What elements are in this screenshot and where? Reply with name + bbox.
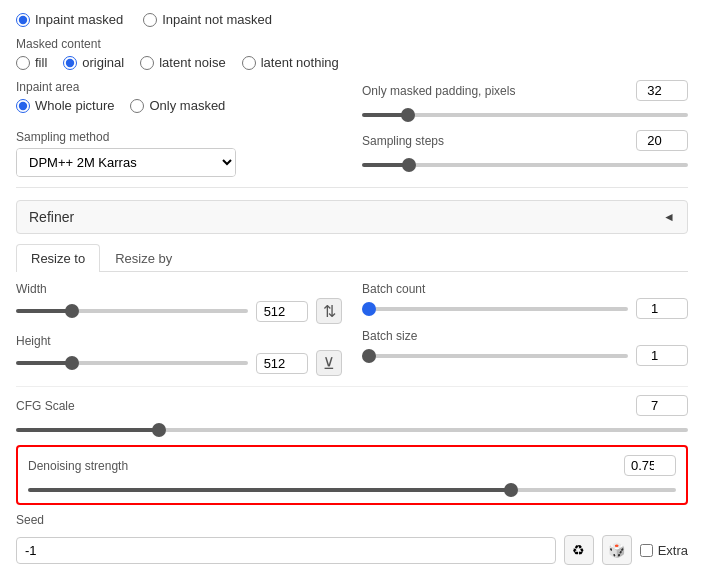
denoising-input[interactable] <box>624 455 676 476</box>
latent-nothing-label: latent nothing <box>261 55 339 70</box>
extra-checkbox-label[interactable]: Extra <box>640 543 688 558</box>
inpaint-area-col: Inpaint area Whole picture Only masked <box>16 80 342 113</box>
dimensions-section: Width ⇅ Height ⊻ Batch count Batch size <box>16 282 688 376</box>
width-label: Width <box>16 282 342 296</box>
seed-section: Seed ♻ 🎲 Extra <box>16 513 688 565</box>
batch-size-input[interactable] <box>636 345 688 366</box>
aspect-ratio-button[interactable]: ⊻ <box>316 350 342 376</box>
whole-picture-radio[interactable] <box>16 99 30 113</box>
masked-content-options: fill original latent noise latent nothin… <box>16 55 688 70</box>
seed-controls: ♻ 🎲 Extra <box>16 535 688 565</box>
denoising-header: Denoising strength <box>28 455 676 476</box>
height-input[interactable] <box>256 353 308 374</box>
original-option[interactable]: original <box>63 55 124 70</box>
swap-dimensions-button[interactable]: ⇅ <box>316 298 342 324</box>
sampling-method-dropdown[interactable]: DPM++ 2M Karras Euler a DDIM <box>16 148 236 177</box>
whole-picture-option[interactable]: Whole picture <box>16 98 114 113</box>
sampling-method-label: Sampling method <box>16 130 342 144</box>
sampling-steps-slider[interactable] <box>362 163 688 167</box>
original-label: original <box>82 55 124 70</box>
cfg-scale-label: CFG Scale <box>16 399 75 413</box>
sampling-method-col: Sampling method DPM++ 2M Karras Euler a … <box>16 130 342 177</box>
width-control: ⇅ <box>16 298 342 324</box>
latent-nothing-option[interactable]: latent nothing <box>242 55 339 70</box>
inpaint-not-masked-radio[interactable] <box>143 13 157 27</box>
denoising-label: Denoising strength <box>28 459 128 473</box>
tab-resize-to[interactable]: Resize to <box>16 244 100 272</box>
inpaint-not-masked-label: Inpaint not masked <box>162 12 272 27</box>
refiner-arrow: ◄ <box>663 210 675 224</box>
sampling-steps-label: Sampling steps <box>362 134 444 148</box>
extra-checkbox[interactable] <box>640 544 653 557</box>
width-col: Width ⇅ Height ⊻ <box>16 282 342 376</box>
refiner-header[interactable]: Refiner ◄ <box>16 200 688 234</box>
height-slider[interactable] <box>16 361 248 365</box>
recycle-icon: ♻ <box>572 542 585 558</box>
seed-recycle-button[interactable]: ♻ <box>564 535 594 565</box>
padding-col: Only masked padding, pixels <box>362 80 688 120</box>
cfg-scale-section: CFG Scale <box>16 386 688 435</box>
padding-input[interactable] <box>636 80 688 101</box>
original-radio[interactable] <box>63 56 77 70</box>
fill-label: fill <box>35 55 47 70</box>
latent-nothing-radio[interactable] <box>242 56 256 70</box>
denoising-section: Denoising strength <box>16 445 688 505</box>
sampling-method-select[interactable]: DPM++ 2M Karras Euler a DDIM <box>17 149 235 176</box>
fill-radio[interactable] <box>16 56 30 70</box>
padding-label: Only masked padding, pixels <box>362 84 515 98</box>
tab-resize-by[interactable]: Resize by <box>100 244 187 272</box>
cfg-scale-slider[interactable] <box>16 428 688 432</box>
sampling-row: Sampling method DPM++ 2M Karras Euler a … <box>16 130 688 177</box>
seed-randomize-button[interactable]: 🎲 <box>602 535 632 565</box>
fill-option[interactable]: fill <box>16 55 47 70</box>
inpaint-masked-radio[interactable] <box>16 13 30 27</box>
refiner-title: Refiner <box>29 209 74 225</box>
resize-tabs: Resize to Resize by <box>16 244 688 272</box>
inpaint-masked-label: Inpaint masked <box>35 12 123 27</box>
only-masked-radio[interactable] <box>130 99 144 113</box>
sampling-steps-col: Sampling steps <box>362 130 688 170</box>
width-input[interactable] <box>256 301 308 322</box>
batch-count-slider[interactable] <box>362 307 628 311</box>
inpaint-masked-option[interactable]: Inpaint masked <box>16 12 123 27</box>
batch-size-control <box>362 345 688 366</box>
height-label: Height <box>16 334 342 348</box>
height-control: ⊻ <box>16 350 342 376</box>
inpaint-not-masked-option[interactable]: Inpaint not masked <box>143 12 272 27</box>
batch-size-slider[interactable] <box>362 354 628 358</box>
only-masked-option[interactable]: Only masked <box>130 98 225 113</box>
latent-noise-label: latent noise <box>159 55 226 70</box>
batch-size-label: Batch size <box>362 329 688 343</box>
padding-slider[interactable] <box>362 113 688 117</box>
cfg-scale-input[interactable] <box>636 395 688 416</box>
sampling-steps-input[interactable] <box>636 130 688 151</box>
only-masked-label: Only masked <box>149 98 225 113</box>
masked-content-label: Masked content <box>16 37 688 51</box>
masked-content-section: Masked content fill original latent nois… <box>16 37 688 70</box>
seed-input[interactable] <box>16 537 556 564</box>
batch-count-label: Batch count <box>362 282 688 296</box>
width-slider[interactable] <box>16 309 248 313</box>
inpaint-area-options: Whole picture Only masked <box>16 98 342 113</box>
batch-col: Batch count Batch size <box>362 282 688 376</box>
dice-icon: 🎲 <box>608 542 625 558</box>
inpaint-area-row: Inpaint area Whole picture Only masked O… <box>16 80 688 120</box>
seed-label: Seed <box>16 513 688 527</box>
denoising-slider[interactable] <box>28 488 676 492</box>
inpaint-area-label: Inpaint area <box>16 80 342 94</box>
latent-noise-radio[interactable] <box>140 56 154 70</box>
latent-noise-option[interactable]: latent noise <box>140 55 226 70</box>
batch-count-control <box>362 298 688 319</box>
whole-picture-label: Whole picture <box>35 98 114 113</box>
batch-count-input[interactable] <box>636 298 688 319</box>
extra-label-text: Extra <box>658 543 688 558</box>
inpaint-mode-section: Inpaint masked Inpaint not masked <box>16 12 688 27</box>
